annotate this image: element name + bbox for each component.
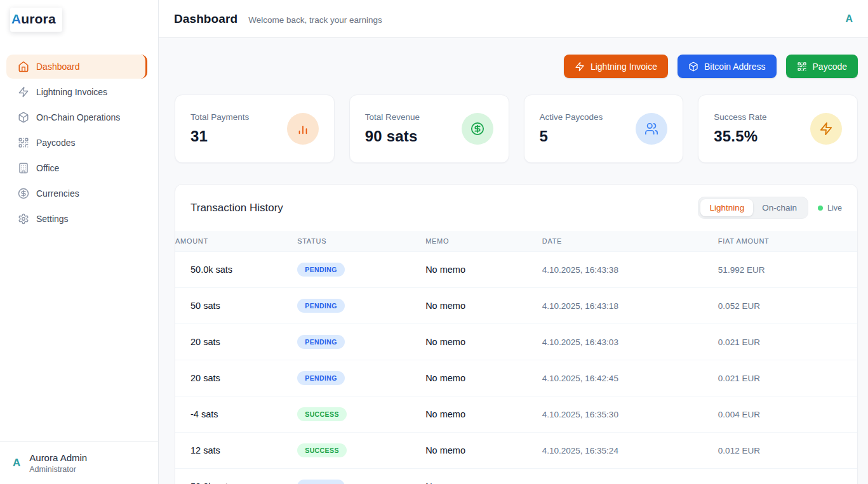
stat-card-active-paycodes: Active Paycodes 5 [524,95,684,163]
status-badge: SUCCESS [297,407,347,421]
table-row[interactable]: 50.0k sats PENDING No memo 4.10.2025, 16… [175,252,857,288]
transaction-history-header: Transaction History Lightning On-chain L… [175,185,857,231]
dollar-icon [18,188,29,199]
sidebar-item-lightning-invoices[interactable]: Lightning Invoices [6,80,147,104]
date-cell: 4.10.2025, 16:35:30 [542,396,718,433]
stat-card-success-rate: Success Rate 35.5% [698,95,858,163]
amount-cell: 20 sats [175,324,297,360]
stat-text: Success Rate 35.5% [714,112,766,145]
sidebar-spacer [0,231,158,441]
table-row[interactable]: 20 sats PENDING No memo 4.10.2025, 16:42… [175,360,857,396]
memo-cell: No memo [425,396,542,433]
action-label: Paycode [813,62,847,72]
brand-logo-text: urora [21,11,56,26]
memo-cell: No memo [425,469,542,484]
amount-cell: 50.0k sats [175,469,297,484]
fiat-cell: 0.012 EUR [718,433,857,469]
status-cell: SUCCESS [297,396,425,433]
table-row[interactable]: -4 sats SUCCESS No memo 4.10.2025, 16:35… [175,396,857,433]
transactions-table: Amount Status Memo Date Fiat Amount [175,231,857,484]
fiat-cell: 0.021 EUR [718,360,857,396]
stat-card-total-payments: Total Payments 31 [175,95,335,163]
action-label: Bitcoin Address [704,62,766,72]
transaction-history-card: Transaction History Lightning On-chain L… [175,184,858,484]
live-dot-icon [818,206,823,211]
live-indicator: Live [818,204,842,213]
status-cell: PENDING [297,360,425,396]
column-header-fiat-amount: Fiat Amount [718,231,857,252]
status-cell: SUCCESS [297,433,425,469]
stat-cards: Total Payments 31 Total Revenue 90 sats [175,95,858,163]
amount-cell: 12 sats [175,433,297,469]
sidebar-item-on-chain-operations[interactable]: On-Chain Operations [6,105,147,129]
user-info: Aurora Admin Administrator [29,452,87,474]
zap-icon [18,86,29,98]
column-header-memo: Memo [425,231,542,252]
user-profile[interactable]: A Aurora Admin Administrator [0,441,158,484]
sidebar-item-label: Lightning Invoices [36,87,107,97]
amount-cell: -4 sats [175,396,297,433]
stat-label: Total Revenue [365,112,420,122]
stat-text: Active Paycodes 5 [540,112,603,145]
dollar-icon [462,113,493,145]
status-badge: PENDING [297,263,345,277]
stat-value: 90 sats [365,128,420,145]
paycode-button[interactable]: Paycode [786,55,858,78]
lightning-invoice-button[interactable]: Lightning Invoice [564,55,668,78]
table-row[interactable]: 50 sats PENDING No memo 4.10.2025, 16:43… [175,288,857,324]
sidebar-item-currencies[interactable]: Currencies [6,181,147,206]
sidebar-item-office[interactable]: Office [6,156,147,180]
table-row[interactable]: 50.0k sats PENDING No memo 4.10.2025, 16… [175,469,857,484]
date-cell: 4.10.2025, 16:43:38 [542,252,718,288]
live-label: Live [827,204,842,213]
gear-icon [18,213,29,225]
stat-label: Success Rate [714,112,766,122]
sidebar-item-paycodes[interactable]: Paycodes [6,131,147,155]
date-cell: 4.10.2025, 16:43:03 [542,324,718,360]
status-badge: PENDING [297,299,345,313]
user-role: Administrator [29,465,87,474]
table-row[interactable]: 20 sats PENDING No memo 4.10.2025, 16:43… [175,324,857,360]
sidebar-item-dashboard[interactable]: Dashboard [6,55,147,79]
fiat-cell: 51.999 EUR [718,469,857,484]
building-icon [18,162,29,174]
sidebar: Aurora Dashboard Lightning Invoices On-C… [0,0,159,484]
date-cell: 4.10.2025, 16:35:24 [542,433,718,469]
network-toggle: Lightning On-chain [698,197,808,219]
date-cell: 4.10.2025, 16:43:18 [542,288,718,324]
date-cell: 4.10.2025, 16:42:45 [542,360,718,396]
qr-icon [18,137,29,148]
brand-logo-chip: Aurora [10,8,62,32]
amount-cell: 50.0k sats [175,252,297,288]
status-badge: SUCCESS [297,443,347,457]
sidebar-item-label: Paycodes [36,138,75,148]
column-header-status: Status [297,231,425,252]
sidebar-item-label: On-Chain Operations [36,112,120,122]
sidebar-item-label: Dashboard [36,62,80,72]
memo-cell: No memo [425,433,542,469]
box-icon [18,112,29,123]
table-row[interactable]: 12 sats SUCCESS No memo 4.10.2025, 16:35… [175,433,857,469]
amount-cell: 50 sats [175,288,297,324]
status-badge: PENDING [297,480,345,484]
transaction-history-title: Transaction History [190,202,698,214]
zap-icon [575,62,585,72]
tab-on-chain[interactable]: On-chain [753,199,806,216]
stat-card-total-revenue: Total Revenue 90 sats [349,95,509,163]
stat-label: Active Paycodes [540,112,603,122]
tab-lightning[interactable]: Lightning [700,199,753,216]
status-cell: PENDING [297,469,425,484]
qr-icon [797,62,807,72]
sidebar-item-label: Settings [36,214,69,224]
status-cell: PENDING [297,252,425,288]
status-cell: PENDING [297,288,425,324]
home-icon [18,61,29,72]
memo-cell: No memo [425,288,542,324]
sidebar-item-settings[interactable]: Settings [6,207,147,231]
box-icon [688,62,698,72]
bitcoin-address-button[interactable]: Bitcoin Address [678,55,777,78]
avatar: A [13,457,20,469]
chart-icon [287,113,319,145]
memo-cell: No memo [425,324,542,360]
fiat-cell: 0.052 EUR [718,288,857,324]
